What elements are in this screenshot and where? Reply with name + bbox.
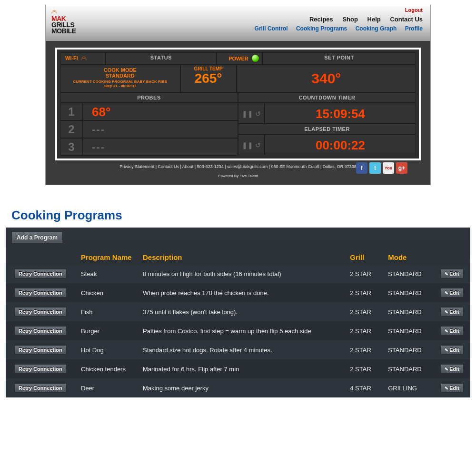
nav-secondary: Grill Control Cooking Programs Cooking G… <box>248 25 423 32</box>
cell-program-name: Fish <box>77 302 139 321</box>
retry-connection-button[interactable]: Retry Connection <box>14 269 67 278</box>
retry-connection-button[interactable]: Retry Connection <box>14 307 67 317</box>
table-row: Retry ConnectionSteak8 minutes on High f… <box>6 264 470 283</box>
cell-mode: GRILLING <box>384 378 436 397</box>
probe-number: 2 <box>60 120 83 138</box>
elapsed-controls[interactable]: ❚❚ ↺ <box>238 134 265 155</box>
dashboard-wrap: WI-FI STATUS POWER SET POINT COOK MODEST… <box>46 41 430 185</box>
elapsed-header: ELAPSED TIMER <box>238 124 416 134</box>
edit-button[interactable]: ✎Edit <box>440 383 464 393</box>
countdown-row: ❚❚ ↺ 15:09:54 <box>238 103 416 124</box>
facebook-icon[interactable]: f <box>356 162 367 174</box>
pencil-icon: ✎ <box>445 386 448 391</box>
cell-grill: 2 STAR <box>346 302 384 321</box>
cell-mode: STANDARD <box>384 359 436 378</box>
probe-row: 3--- <box>60 138 238 156</box>
cell-grill: 2 STAR <box>346 359 384 378</box>
cook-mode-l1: COOK MODE <box>104 67 137 73</box>
current-program: CURRENT COOKING PROGRAM: BABY-BACK RIBS <box>64 79 176 84</box>
edit-button[interactable]: ✎Edit <box>440 269 464 278</box>
nav-contact[interactable]: Contact Us <box>390 16 423 23</box>
retry-connection-button[interactable]: Retry Connection <box>14 288 67 298</box>
col-grill[interactable]: Grill <box>346 250 384 264</box>
probe-value: --- <box>83 138 238 156</box>
add-program-button[interactable]: Add a Program <box>11 231 63 244</box>
pencil-icon: ✎ <box>445 290 448 296</box>
grill-temp-cell: GRILL TEMP 265° <box>180 65 237 92</box>
col-description[interactable]: Description <box>139 250 346 264</box>
cooking-programs-title: Cooking Programs <box>11 208 470 223</box>
twitter-icon[interactable]: t <box>369 162 381 174</box>
cell-grill: 4 STAR <box>346 378 384 397</box>
countdown-controls[interactable]: ❚❚ ↺ <box>238 103 265 124</box>
probes-header: PROBES <box>60 92 238 103</box>
cook-mode-cell: COOK MODESTANDARD CURRENT COOKING PROGRA… <box>60 65 180 92</box>
cell-mode: STANDARD <box>384 302 436 321</box>
app-frame: MAK GRiLLS MOBILE Logout Recipes Shop He… <box>45 5 431 185</box>
cell-program-name: Hot Dog <box>77 340 139 359</box>
retry-connection-button[interactable]: Retry Connection <box>14 326 67 336</box>
edit-button[interactable]: ✎Edit <box>440 288 464 298</box>
nav-shop[interactable]: Shop <box>342 16 358 23</box>
wifi-icon <box>51 10 57 14</box>
power-cell[interactable]: POWER <box>217 52 262 65</box>
table-row: Retry ConnectionChickenWhen probe reache… <box>6 283 470 302</box>
cell-mode: STANDARD <box>384 340 436 359</box>
table-header-row: Program Name Description Grill Mode <box>6 250 470 264</box>
cell-grill: 2 STAR <box>346 283 384 302</box>
probe-row: 2--- <box>60 120 238 138</box>
retry-connection-button[interactable]: Retry Connection <box>14 383 67 393</box>
edit-button[interactable]: ✎Edit <box>440 364 464 374</box>
probe-value: 68° <box>83 103 238 120</box>
logo: MAK GRiLLS MOBILE <box>51 7 76 34</box>
pencil-icon: ✎ <box>445 309 448 315</box>
table-row: Retry ConnectionDeerMaking some deer jer… <box>6 378 470 397</box>
probe-value: --- <box>83 120 238 138</box>
retry-connection-button[interactable]: Retry Connection <box>14 364 67 374</box>
col-mode[interactable]: Mode <box>384 250 436 264</box>
youtube-icon[interactable]: You <box>383 162 394 174</box>
table-row: Retry ConnectionBurgerPatties from Costc… <box>6 321 470 340</box>
nav-help[interactable]: Help <box>367 16 381 23</box>
pencil-icon: ✎ <box>445 367 448 372</box>
current-step: Step #1 - 00:00:37 <box>64 84 176 88</box>
cell-mode: STANDARD <box>384 321 436 340</box>
nav-cooking-programs[interactable]: Cooking Programs <box>296 25 347 32</box>
topbar: MAK GRiLLS MOBILE Logout Recipes Shop He… <box>46 5 430 41</box>
cell-grill: 2 STAR <box>346 340 384 359</box>
nav-cooking-graph[interactable]: Cooking Graph <box>356 25 397 32</box>
nav-grill-control[interactable]: Grill Control <box>255 25 288 32</box>
col-program-name[interactable]: Program Name <box>77 250 139 264</box>
nav-primary: Recipes Shop Help Contact Us <box>302 16 423 23</box>
social-icons: f t You g+ <box>356 162 407 174</box>
nav-profile[interactable]: Profile <box>405 25 423 32</box>
edit-button[interactable]: ✎Edit <box>440 326 464 336</box>
probe-number: 1 <box>60 103 83 120</box>
cell-description: Patties from Costco. first step = warm u… <box>139 321 346 340</box>
setpoint-header: SET POINT <box>262 52 416 65</box>
logo-line3: MOBILE <box>51 27 76 35</box>
edit-button[interactable]: ✎Edit <box>440 307 464 317</box>
countdown-value: 15:09:54 <box>265 103 416 124</box>
cell-description: 8 minutes on High for both sides (16 min… <box>139 264 346 283</box>
cell-description: When probe reaches 170 the chicken is do… <box>139 283 346 302</box>
probes-list: 168°2---3--- <box>60 103 238 156</box>
nav-recipes[interactable]: Recipes <box>309 16 333 23</box>
retry-connection-button[interactable]: Retry Connection <box>14 345 67 355</box>
wifi-signal-icon <box>81 57 87 60</box>
logo-text: MAK GRiLLS MOBILE <box>51 16 76 34</box>
logout-link[interactable]: Logout <box>405 7 423 13</box>
wifi-label: WI-FI <box>65 55 78 61</box>
table-row: Retry ConnectionHot DogStandard size hot… <box>6 340 470 359</box>
googleplus-icon[interactable]: g+ <box>396 162 407 174</box>
power-led-icon <box>252 55 259 62</box>
cell-program-name: Steak <box>77 264 139 283</box>
cell-mode: STANDARD <box>384 264 436 283</box>
setpoint-cell[interactable]: 340° <box>237 65 416 92</box>
probe-row: 168° <box>60 103 238 120</box>
grill-temp-value: 265° <box>181 71 236 86</box>
edit-button[interactable]: ✎Edit <box>440 345 464 355</box>
elapsed-value: 00:00:22 <box>265 134 416 155</box>
timers-col: ❚❚ ↺ 15:09:54 ELAPSED TIMER ❚❚ ↺ 00:00:2… <box>238 103 416 156</box>
cooking-programs-section: Cooking Programs Add a Program Program N… <box>6 208 470 397</box>
